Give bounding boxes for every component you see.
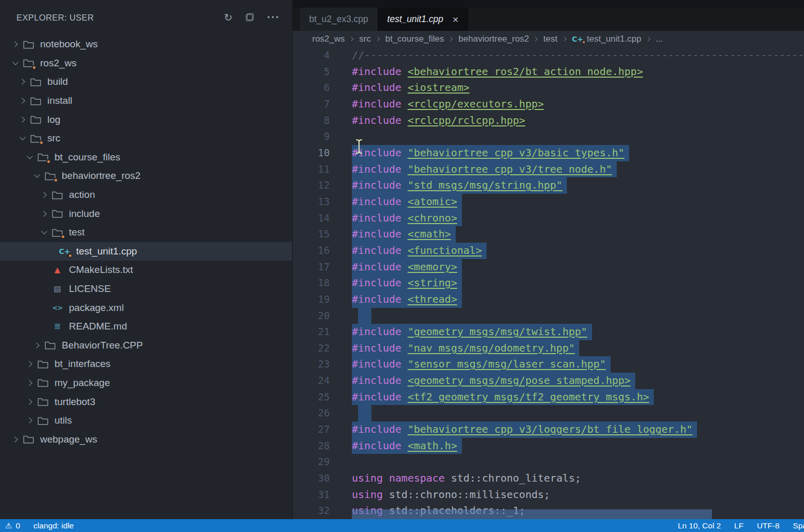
- line-number[interactable]: 31: [293, 487, 352, 503]
- line-number[interactable]: 5: [293, 64, 352, 80]
- code-line-26[interactable]: 26: [293, 405, 804, 421]
- line-number[interactable]: 19: [293, 291, 352, 308]
- code-line-10[interactable]: 10#include "behaviortree_cpp_v3/basic_ty…: [293, 145, 804, 161]
- line-number[interactable]: 28: [293, 438, 352, 454]
- line-number[interactable]: 22: [293, 340, 352, 357]
- line-number[interactable]: 10: [293, 145, 352, 161]
- breadcrumb-item-...[interactable]: ...: [656, 34, 663, 44]
- include-path-link[interactable]: <chrono>: [407, 212, 457, 224]
- include-path-link[interactable]: <atomic>: [407, 195, 457, 208]
- line-number[interactable]: 23: [293, 356, 352, 373]
- clangd-status[interactable]: clangd: idle: [33, 521, 74, 530]
- line-number[interactable]: 14: [293, 210, 352, 227]
- code-line-11[interactable]: 11#include "behaviortree_cpp_v3/tree_nod…: [293, 161, 804, 178]
- tree-item-CMakeLists.txt[interactable]: ▲CMakeLists.txt: [0, 261, 292, 280]
- tab-bt_u2_ex3.cpp[interactable]: bt_u2_ex3.cpp: [300, 8, 378, 31]
- tree-item-include[interactable]: include: [0, 204, 292, 223]
- breadcrumb-item-src[interactable]: src: [359, 34, 371, 44]
- code-line-15[interactable]: 15#include <cmath>: [293, 226, 804, 243]
- line-number[interactable]: 4: [293, 47, 352, 64]
- tree-item-src[interactable]: src: [0, 129, 292, 148]
- include-path-link[interactable]: "sensor_msgs/msg/laser_scan.hpp": [407, 358, 605, 370]
- line-number[interactable]: 12: [293, 177, 352, 194]
- line-number[interactable]: 15: [293, 226, 352, 243]
- include-path-link[interactable]: "behaviortree_cpp_v3/tree_node.h": [407, 163, 612, 175]
- line-number[interactable]: 21: [293, 324, 352, 340]
- tree-item-bt_interfaces[interactable]: bt_interfaces: [0, 355, 292, 374]
- tree-item-log[interactable]: log: [0, 110, 292, 129]
- code-line-30[interactable]: 30using namespace std::chrono_literals;: [293, 470, 804, 487]
- code-line-23[interactable]: 23#include "sensor_msgs/msg/laser_scan.h…: [293, 356, 804, 373]
- include-path-link[interactable]: <geometry_msgs/msg/pose_stamped.hpp>: [407, 374, 630, 387]
- code-line-22[interactable]: 22#include "nav_msgs/msg/odometry.hpp": [293, 340, 804, 357]
- code-editor[interactable]: 4//-------------------------------------…: [293, 47, 804, 519]
- code-line-19[interactable]: 19#include <thread>: [293, 291, 804, 308]
- include-path-link[interactable]: <memory>: [407, 261, 457, 273]
- line-number[interactable]: 8: [293, 113, 352, 129]
- code-line-12[interactable]: 12#include "std_msgs/msg/string.hpp": [293, 177, 804, 194]
- tree-item-test_unit1.cpp[interactable]: C+test_unit1.cpp: [0, 242, 292, 261]
- include-path-link[interactable]: <thread>: [407, 293, 457, 305]
- code-line-29[interactable]: 29: [293, 454, 804, 470]
- tree-item-test[interactable]: test: [0, 223, 292, 242]
- line-number[interactable]: 30: [293, 470, 352, 487]
- cursor-position-indicator[interactable]: Ln 10, Col 2: [678, 521, 721, 530]
- include-path-link[interactable]: <iostream>: [407, 81, 469, 94]
- line-number[interactable]: 16: [293, 243, 352, 259]
- encoding-indicator[interactable]: UTF-8: [757, 521, 779, 530]
- collapse-folders-icon[interactable]: [246, 12, 254, 23]
- tree-item-my_package[interactable]: my_package: [0, 374, 292, 393]
- line-number[interactable]: 27: [293, 421, 352, 438]
- tree-item-behaviortree_ros2[interactable]: behaviortree_ros2: [0, 167, 292, 186]
- include-path-link[interactable]: "behaviortree_cpp_v3/basic_types.h": [407, 146, 624, 159]
- code-line-28[interactable]: 28#include <math.h>: [293, 438, 804, 454]
- code-line-5[interactable]: 5#include <behaviortree_ros2/bt_action_n…: [293, 64, 804, 80]
- tree-item-ros2_ws[interactable]: ros2_ws: [0, 54, 292, 73]
- line-number[interactable]: 9: [293, 129, 352, 145]
- include-path-link[interactable]: "nav_msgs/msg/odometry.hpp": [407, 342, 575, 354]
- breadcrumb-item-bt_course_files[interactable]: bt_course_files: [385, 34, 444, 44]
- line-number[interactable]: 6: [293, 80, 352, 96]
- tree-item-action[interactable]: action: [0, 186, 292, 205]
- code-line-20[interactable]: 20: [293, 308, 804, 324]
- tree-item-README.md[interactable]: ≣README.md: [0, 317, 292, 336]
- include-path-link[interactable]: <behaviortree_ros2/bt_action_node.hpp>: [407, 65, 643, 78]
- line-number[interactable]: 11: [293, 161, 352, 178]
- breadcrumb-item-test_unit1.cpp[interactable]: C+test_unit1.cpp: [572, 34, 641, 44]
- include-path-link[interactable]: <cmath>: [407, 228, 451, 240]
- breadcrumb-item-behaviortree_ros2[interactable]: behaviortree_ros2: [458, 34, 529, 44]
- code-line-7[interactable]: 7#include <rclcpp/executors.hpp>: [293, 96, 804, 113]
- close-icon[interactable]: ×: [453, 14, 459, 25]
- line-number[interactable]: 7: [293, 96, 352, 113]
- code-line-9[interactable]: 9: [293, 129, 804, 145]
- include-path-link[interactable]: <rclcpp/rclcpp.hpp>: [407, 114, 525, 126]
- tree-item-LICENSE[interactable]: ▤LICENSE: [0, 280, 292, 299]
- include-path-link[interactable]: "behaviortree_cpp_v3/loggers/bt_file_log…: [407, 423, 692, 435]
- include-path-link[interactable]: <string>: [407, 277, 457, 289]
- tree-item-webpage_ws[interactable]: webpage_ws: [0, 430, 292, 449]
- line-number[interactable]: 32: [293, 503, 352, 519]
- tab-test_unit1.cpp[interactable]: test_unit1.cpp×: [378, 8, 469, 31]
- code-line-13[interactable]: 13#include <atomic>: [293, 194, 804, 210]
- tree-item-notebook_ws[interactable]: notebook_ws: [0, 35, 292, 54]
- horizontal-scrollbar[interactable]: [352, 509, 712, 519]
- tree-item-BehaviorTree.CPP[interactable]: BehaviorTree.CPP: [0, 336, 292, 355]
- include-path-link[interactable]: "std_msgs/msg/string.hpp": [407, 179, 562, 191]
- line-number[interactable]: 13: [293, 194, 352, 210]
- code-line-18[interactable]: 18#include <string>: [293, 275, 804, 291]
- tree-item-bt_course_files[interactable]: bt_course_files: [0, 148, 292, 167]
- line-number[interactable]: 29: [293, 454, 352, 470]
- breadcrumb-item-ros2_ws[interactable]: ros2_ws: [312, 34, 345, 44]
- more-actions-icon[interactable]: ···: [267, 12, 280, 23]
- code-line-4[interactable]: 4//-------------------------------------…: [293, 47, 804, 64]
- tree-item-package.xml[interactable]: <>package.xml: [0, 298, 292, 317]
- tree-item-utils[interactable]: utils: [0, 411, 292, 430]
- line-number[interactable]: 20: [293, 308, 352, 324]
- include-path-link[interactable]: <math.h>: [407, 439, 457, 452]
- indentation-indicator[interactable]: Spaces: [793, 521, 804, 530]
- code-line-21[interactable]: 21#include "geometry_msgs/msg/twist.hpp": [293, 324, 804, 340]
- code-line-27[interactable]: 27#include "behaviortree_cpp_v3/loggers/…: [293, 421, 804, 438]
- tree-item-install[interactable]: install: [0, 91, 292, 111]
- line-number[interactable]: 17: [293, 259, 352, 276]
- code-line-6[interactable]: 6#include <iostream>: [293, 80, 804, 96]
